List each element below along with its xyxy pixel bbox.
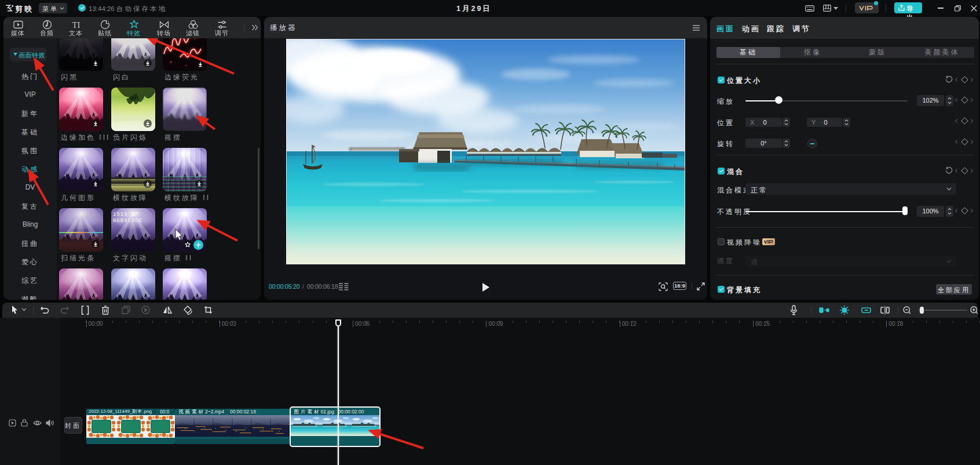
svg-text:TI: TI [72, 20, 80, 30]
